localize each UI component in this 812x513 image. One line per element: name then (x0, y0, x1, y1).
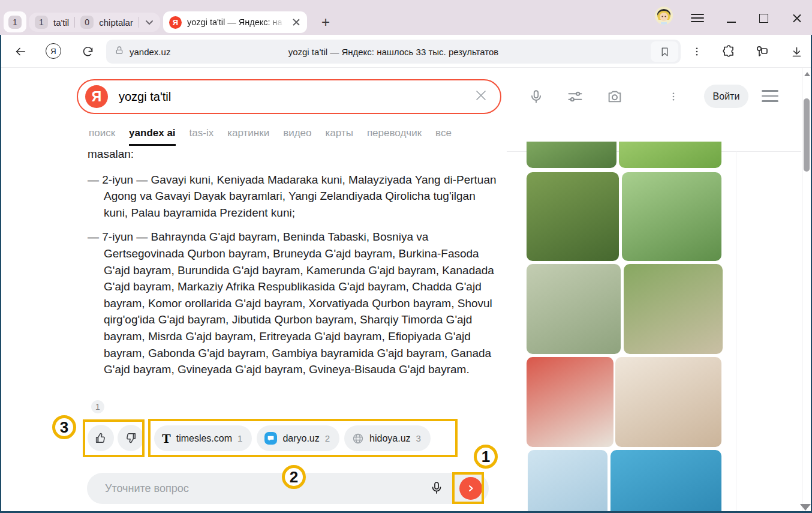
tab-group-count-badge: 1 (35, 16, 48, 29)
thumbnail-photo[interactable] (610, 450, 721, 511)
tab-maps[interactable]: карты (326, 127, 353, 144)
tab-group-count-badge: 1 (8, 16, 22, 29)
avatar[interactable] (655, 7, 673, 25)
back-icon[interactable] (12, 43, 29, 60)
tab-tas-ix[interactable]: tas-ix (190, 127, 214, 144)
browser-window: 1 1 ta'til 0 chiptalar Я yozgi ta'til — … (0, 0, 812, 513)
search-query-text[interactable]: yozgi ta'til (119, 90, 474, 104)
downloads-icon[interactable] (788, 43, 805, 60)
thumbnail-photo[interactable] (624, 264, 723, 354)
search-filters-icon[interactable] (566, 88, 584, 106)
minimize-button[interactable] (727, 22, 736, 23)
passwords-key-icon[interactable] (753, 43, 770, 60)
search-verticals-tabs: поиск yandex ai tas-ix картинки видео ка… (89, 127, 452, 146)
search-box[interactable]: Я yozgi ta'til (77, 79, 501, 114)
tab-all[interactable]: все (435, 127, 452, 144)
divider (736, 151, 736, 511)
ai-answer-text: masalan: — 2-iyun — Gavayi kuni, Keniyad… (88, 146, 503, 386)
tab-images[interactable]: картинки (227, 127, 269, 144)
tab-group-label[interactable]: ta'til (53, 17, 69, 28)
thumbnail-photo[interactable] (527, 264, 621, 354)
voice-search-mic-icon[interactable] (527, 88, 545, 106)
address-page-title: yozgi ta'til — Яндекс: нашлось 33 тыс. р… (106, 47, 681, 57)
url-text: yandex.uz (130, 47, 170, 57)
tab-groups-collapsed: 1 ta'til 0 chiptalar (29, 13, 160, 32)
annotation-marker-2: 2 (282, 465, 306, 489)
yandex-home-icon[interactable]: Я (46, 43, 61, 59)
close-tab-icon[interactable] (291, 17, 301, 27)
tab-translate[interactable]: переводчик (367, 127, 422, 144)
tab-bar: 1 1 ta'til 0 chiptalar Я yozgi ta'til — … (0, 0, 812, 35)
followup-placeholder: Уточните вопрос (105, 482, 429, 495)
thumbnail-photo[interactable] (527, 172, 619, 261)
tab-group-count-badge: 0 (80, 16, 94, 29)
followup-mic-icon[interactable] (429, 481, 445, 496)
tab-title: yozgi ta'til — Яндекс: на (187, 17, 286, 27)
annotation-marker-3: 3 (52, 415, 76, 439)
thumbnail-photo[interactable] (615, 357, 721, 447)
login-button[interactable]: Войти (704, 85, 748, 108)
annotation-box-send (452, 472, 484, 504)
new-tab-button[interactable]: + (317, 13, 335, 31)
thumbnail-photo[interactable] (527, 142, 616, 168)
tab-group-current[interactable]: 1 (4, 11, 26, 32)
yandex-menu-icon[interactable] (762, 90, 778, 102)
toolbar-kebab-icon[interactable] (688, 43, 705, 60)
thumbnail-photo[interactable] (622, 172, 721, 261)
annotation-box-feedback (83, 419, 145, 457)
clear-search-icon[interactable] (474, 88, 488, 105)
search-kebab-icon[interactable] (664, 88, 682, 106)
tab-group-label[interactable]: chiptalar (99, 17, 133, 28)
browser-toolbar: Я yandex.uz yozgi ta'til — Яндекс: нашло… (1, 35, 811, 68)
answer-intro: masalan: (88, 146, 503, 163)
active-tab[interactable]: Я yozgi ta'til — Яндекс: на (163, 11, 307, 33)
citation-badge[interactable]: 1 (91, 400, 104, 413)
answer-paragraph: — 2-iyun — Gavayi kuni, Keniyada Madarak… (88, 172, 503, 221)
tab-search[interactable]: поиск (89, 127, 115, 144)
tab-video[interactable]: видео (283, 127, 311, 144)
yandex-favicon: Я (169, 16, 182, 29)
thumbnail-photo[interactable] (528, 450, 608, 511)
yandex-logo: Я (85, 85, 108, 108)
thumbnail-photo[interactable] (619, 142, 721, 168)
tab-yandex-ai[interactable]: yandex ai (129, 127, 176, 146)
chevron-down-icon[interactable] (145, 17, 154, 27)
close-window-button[interactable] (792, 13, 802, 23)
window-border (0, 35, 1, 513)
maximize-button[interactable] (759, 14, 768, 23)
address-bar[interactable]: yandex.uz yozgi ta'til — Яндекс: нашлось… (106, 40, 681, 64)
extensions-puzzle-icon[interactable] (720, 43, 737, 60)
annotation-box-sources (148, 419, 458, 457)
answer-paragraph: — 7-iyun — Bahraynda G'ajd bayram, Benin… (88, 229, 503, 377)
image-search-camera-icon[interactable] (606, 88, 624, 106)
annotation-marker-1: 1 (474, 445, 498, 469)
reload-icon[interactable] (79, 43, 96, 60)
divider (139, 17, 139, 28)
scrollbar-up-arrow[interactable] (804, 72, 810, 76)
thumbnail-photo[interactable] (527, 357, 613, 447)
scrollbar-thumb[interactable] (804, 98, 810, 172)
bookmark-icon[interactable] (651, 41, 678, 62)
browser-menu-icon[interactable] (691, 14, 704, 22)
lock-icon[interactable] (115, 46, 124, 58)
divider (74, 17, 75, 28)
scrollbar-down-arrow[interactable] (800, 504, 811, 511)
